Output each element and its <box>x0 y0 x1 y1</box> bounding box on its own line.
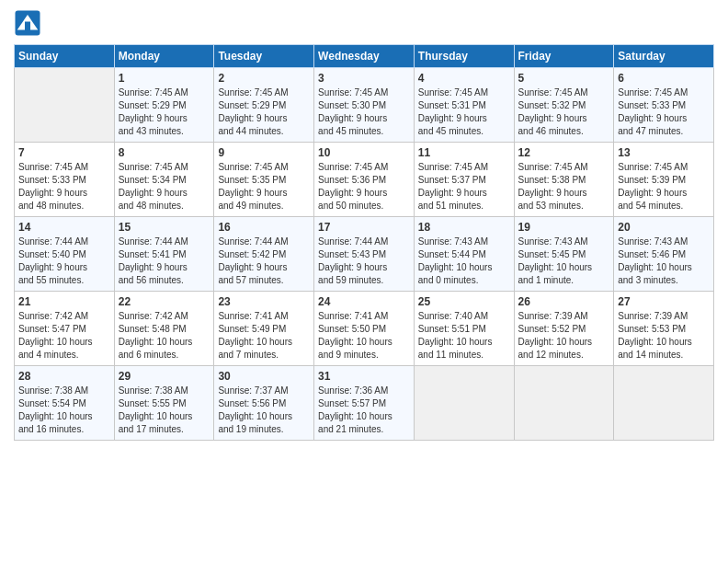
calendar-cell: 3Sunrise: 7:45 AM Sunset: 5:30 PM Daylig… <box>314 68 415 143</box>
svg-rect-2 <box>25 22 30 32</box>
day-info: Sunrise: 7:45 AM Sunset: 5:29 PM Dayligh… <box>218 86 310 138</box>
calendar-cell: 13Sunrise: 7:45 AM Sunset: 5:39 PM Dayli… <box>614 143 714 217</box>
day-number: 9 <box>218 146 310 159</box>
weekday-header-wednesday: Wednesday <box>314 45 415 68</box>
logo-icon <box>14 9 41 37</box>
day-number: 25 <box>418 295 510 308</box>
day-info: Sunrise: 7:45 AM Sunset: 5:29 PM Dayligh… <box>119 86 210 138</box>
week-row-4: 21Sunrise: 7:42 AM Sunset: 5:47 PM Dayli… <box>15 292 714 366</box>
calendar-cell: 21Sunrise: 7:42 AM Sunset: 5:47 PM Dayli… <box>15 292 115 366</box>
day-number: 27 <box>618 295 710 308</box>
calendar-cell: 7Sunrise: 7:45 AM Sunset: 5:33 PM Daylig… <box>15 143 115 217</box>
day-info: Sunrise: 7:45 AM Sunset: 5:33 PM Dayligh… <box>618 86 710 138</box>
day-info: Sunrise: 7:44 AM Sunset: 5:41 PM Dayligh… <box>119 236 210 287</box>
day-number: 2 <box>218 72 310 85</box>
calendar-cell: 18Sunrise: 7:43 AM Sunset: 5:44 PM Dayli… <box>414 217 514 292</box>
calendar-cell: 20Sunrise: 7:43 AM Sunset: 5:46 PM Dayli… <box>614 217 714 292</box>
day-number: 17 <box>318 221 410 234</box>
calendar-table: SundayMondayTuesdayWednesdayThursdayFrid… <box>14 44 714 441</box>
week-row-5: 28Sunrise: 7:38 AM Sunset: 5:54 PM Dayli… <box>15 366 714 441</box>
weekday-header-saturday: Saturday <box>614 45 714 68</box>
calendar-cell <box>614 366 714 441</box>
day-number: 29 <box>119 370 210 383</box>
day-info: Sunrise: 7:39 AM Sunset: 5:52 PM Dayligh… <box>518 310 610 362</box>
day-info: Sunrise: 7:45 AM Sunset: 5:35 PM Dayligh… <box>218 161 310 213</box>
calendar-cell: 8Sunrise: 7:45 AM Sunset: 5:34 PM Daylig… <box>114 143 214 217</box>
calendar-cell: 25Sunrise: 7:40 AM Sunset: 5:51 PM Dayli… <box>414 292 514 366</box>
weekday-header-sunday: Sunday <box>15 45 115 68</box>
day-info: Sunrise: 7:45 AM Sunset: 5:33 PM Dayligh… <box>18 161 110 213</box>
day-number: 4 <box>418 72 510 85</box>
day-info: Sunrise: 7:41 AM Sunset: 5:50 PM Dayligh… <box>318 310 410 362</box>
calendar-cell: 30Sunrise: 7:37 AM Sunset: 5:56 PM Dayli… <box>214 366 314 441</box>
day-number: 19 <box>518 221 610 234</box>
calendar-cell <box>15 68 115 143</box>
day-number: 21 <box>18 295 110 308</box>
day-info: Sunrise: 7:43 AM Sunset: 5:44 PM Dayligh… <box>418 236 510 287</box>
weekday-header-tuesday: Tuesday <box>214 45 314 68</box>
weekday-header-friday: Friday <box>514 45 614 68</box>
calendar-cell: 2Sunrise: 7:45 AM Sunset: 5:29 PM Daylig… <box>214 68 314 143</box>
day-info: Sunrise: 7:45 AM Sunset: 5:37 PM Dayligh… <box>418 161 510 213</box>
calendar-cell: 23Sunrise: 7:41 AM Sunset: 5:49 PM Dayli… <box>214 292 314 366</box>
day-number: 3 <box>318 72 410 85</box>
week-row-1: 1Sunrise: 7:45 AM Sunset: 5:29 PM Daylig… <box>15 68 714 143</box>
day-number: 1 <box>119 72 210 85</box>
day-number: 16 <box>218 221 310 234</box>
week-row-2: 7Sunrise: 7:45 AM Sunset: 5:33 PM Daylig… <box>15 143 714 217</box>
week-row-3: 14Sunrise: 7:44 AM Sunset: 5:40 PM Dayli… <box>15 217 714 292</box>
calendar-cell: 6Sunrise: 7:45 AM Sunset: 5:33 PM Daylig… <box>614 68 714 143</box>
day-info: Sunrise: 7:38 AM Sunset: 5:54 PM Dayligh… <box>18 385 110 436</box>
day-info: Sunrise: 7:39 AM Sunset: 5:53 PM Dayligh… <box>618 310 710 362</box>
calendar-cell: 16Sunrise: 7:44 AM Sunset: 5:42 PM Dayli… <box>214 217 314 292</box>
day-number: 8 <box>119 146 210 159</box>
calendar-cell: 14Sunrise: 7:44 AM Sunset: 5:40 PM Dayli… <box>15 217 115 292</box>
day-info: Sunrise: 7:37 AM Sunset: 5:56 PM Dayligh… <box>218 385 310 436</box>
day-info: Sunrise: 7:45 AM Sunset: 5:38 PM Dayligh… <box>518 161 610 213</box>
day-info: Sunrise: 7:36 AM Sunset: 5:57 PM Dayligh… <box>318 385 410 436</box>
day-number: 26 <box>518 295 610 308</box>
day-number: 15 <box>119 221 210 234</box>
day-number: 31 <box>318 370 410 383</box>
day-number: 18 <box>418 221 510 234</box>
day-number: 23 <box>218 295 310 308</box>
day-info: Sunrise: 7:42 AM Sunset: 5:47 PM Dayligh… <box>18 310 110 362</box>
calendar-cell: 19Sunrise: 7:43 AM Sunset: 5:45 PM Dayli… <box>514 217 614 292</box>
calendar-cell <box>514 366 614 441</box>
day-number: 28 <box>18 370 110 383</box>
day-info: Sunrise: 7:45 AM Sunset: 5:32 PM Dayligh… <box>518 86 610 138</box>
day-number: 6 <box>618 72 710 85</box>
day-number: 20 <box>618 221 710 234</box>
calendar-cell: 17Sunrise: 7:44 AM Sunset: 5:43 PM Dayli… <box>314 217 415 292</box>
day-info: Sunrise: 7:45 AM Sunset: 5:39 PM Dayligh… <box>618 161 710 213</box>
day-number: 30 <box>218 370 310 383</box>
day-number: 24 <box>318 295 410 308</box>
day-number: 10 <box>318 146 410 159</box>
day-info: Sunrise: 7:43 AM Sunset: 5:45 PM Dayligh… <box>518 236 610 287</box>
day-info: Sunrise: 7:45 AM Sunset: 5:31 PM Dayligh… <box>418 86 510 138</box>
day-info: Sunrise: 7:38 AM Sunset: 5:55 PM Dayligh… <box>119 385 210 436</box>
day-info: Sunrise: 7:44 AM Sunset: 5:43 PM Dayligh… <box>318 236 410 287</box>
calendar-cell: 11Sunrise: 7:45 AM Sunset: 5:37 PM Dayli… <box>414 143 514 217</box>
calendar-cell: 10Sunrise: 7:45 AM Sunset: 5:36 PM Dayli… <box>314 143 415 217</box>
day-info: Sunrise: 7:41 AM Sunset: 5:49 PM Dayligh… <box>218 310 310 362</box>
day-info: Sunrise: 7:42 AM Sunset: 5:48 PM Dayligh… <box>119 310 210 362</box>
calendar-cell: 9Sunrise: 7:45 AM Sunset: 5:35 PM Daylig… <box>214 143 314 217</box>
day-number: 5 <box>518 72 610 85</box>
day-number: 12 <box>518 146 610 159</box>
logo <box>14 9 43 37</box>
page-container: SundayMondayTuesdayWednesdayThursdayFrid… <box>0 0 728 454</box>
calendar-cell: 12Sunrise: 7:45 AM Sunset: 5:38 PM Dayli… <box>514 143 614 217</box>
day-info: Sunrise: 7:44 AM Sunset: 5:40 PM Dayligh… <box>18 236 110 287</box>
day-number: 22 <box>119 295 210 308</box>
calendar-cell: 29Sunrise: 7:38 AM Sunset: 5:55 PM Dayli… <box>114 366 214 441</box>
calendar-cell: 22Sunrise: 7:42 AM Sunset: 5:48 PM Dayli… <box>114 292 214 366</box>
calendar-cell: 1Sunrise: 7:45 AM Sunset: 5:29 PM Daylig… <box>114 68 214 143</box>
day-info: Sunrise: 7:45 AM Sunset: 5:34 PM Dayligh… <box>119 161 210 213</box>
day-number: 14 <box>18 221 110 234</box>
day-info: Sunrise: 7:43 AM Sunset: 5:46 PM Dayligh… <box>618 236 710 287</box>
day-number: 7 <box>18 146 110 159</box>
calendar-cell: 4Sunrise: 7:45 AM Sunset: 5:31 PM Daylig… <box>414 68 514 143</box>
calendar-cell: 31Sunrise: 7:36 AM Sunset: 5:57 PM Dayli… <box>314 366 415 441</box>
calendar-cell: 27Sunrise: 7:39 AM Sunset: 5:53 PM Dayli… <box>614 292 714 366</box>
